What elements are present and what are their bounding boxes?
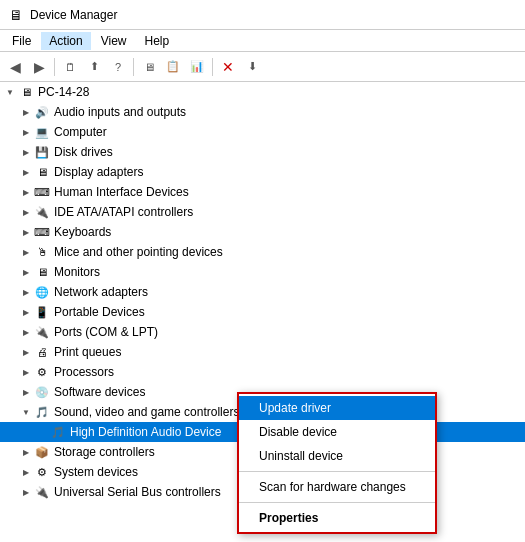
device-button[interactable]: 📋 (162, 56, 184, 78)
back-button[interactable]: ◀ (4, 56, 26, 78)
tree-root[interactable]: ▼ PC-14-28 (0, 82, 525, 102)
context-menu: Update driver Disable device Uninstall d… (237, 392, 437, 534)
tree-item-monitors[interactable]: ▶ Monitors (0, 262, 525, 282)
ide-expand[interactable]: ▶ (18, 204, 34, 220)
tree-item-mouse[interactable]: ▶ Mice and other pointing devices (0, 242, 525, 262)
sys-icon (34, 464, 50, 480)
storage-expand[interactable]: ▶ (18, 444, 34, 460)
sys-expand[interactable]: ▶ (18, 464, 34, 480)
toolbar-separator-1 (54, 58, 55, 76)
hda-icon (50, 424, 66, 440)
audio-label: Audio inputs and outputs (54, 105, 186, 119)
toolbar: ◀ ▶ 🗒 ⬆ ? 🖥 📋 📊 ✕ ⬇ (0, 52, 525, 82)
portable-expand[interactable]: ▶ (18, 304, 34, 320)
storage-icon (34, 444, 50, 460)
audio-expand[interactable]: ▶ (18, 104, 34, 120)
properties-button[interactable]: 🗒 (59, 56, 81, 78)
tree-item-net[interactable]: ▶ Network adapters (0, 282, 525, 302)
toolbar-separator-2 (133, 58, 134, 76)
menu-action[interactable]: Action (41, 32, 90, 50)
audio-icon (34, 104, 50, 120)
ctx-uninstall-device[interactable]: Uninstall device (239, 444, 435, 468)
print-expand[interactable]: ▶ (18, 344, 34, 360)
proc-icon (34, 364, 50, 380)
help-button[interactable]: ? (107, 56, 129, 78)
tree-item-portable[interactable]: ▶ Portable Devices (0, 302, 525, 322)
net-icon (34, 284, 50, 300)
sw-label: Software devices (54, 385, 145, 399)
root-label: PC-14-28 (38, 85, 89, 99)
resources-button[interactable]: 📊 (186, 56, 208, 78)
tree-item-proc[interactable]: ▶ Processors (0, 362, 525, 382)
usb-label: Universal Serial Bus controllers (54, 485, 221, 499)
monitors-label: Monitors (54, 265, 100, 279)
hid-expand[interactable]: ▶ (18, 184, 34, 200)
root-expand[interactable]: ▼ (2, 84, 18, 100)
disk-label: Disk drives (54, 145, 113, 159)
sound-icon (34, 404, 50, 420)
portable-label: Portable Devices (54, 305, 145, 319)
ports-expand[interactable]: ▶ (18, 324, 34, 340)
app-title: Device Manager (30, 8, 117, 22)
tree-item-ide[interactable]: ▶ IDE ATA/ATAPI controllers (0, 202, 525, 222)
ide-label: IDE ATA/ATAPI controllers (54, 205, 193, 219)
hid-icon (34, 184, 50, 200)
net-expand[interactable]: ▶ (18, 284, 34, 300)
sound-expand[interactable]: ▼ (18, 404, 34, 420)
update-driver-button[interactable]: ⬆ (83, 56, 105, 78)
tree-item-ports[interactable]: ▶ Ports (COM & LPT) (0, 322, 525, 342)
monitors-icon (34, 264, 50, 280)
display-icon (34, 164, 50, 180)
usb-expand[interactable]: ▶ (18, 484, 34, 500)
uninstall-button[interactable]: ✕ (217, 56, 239, 78)
sw-icon (34, 384, 50, 400)
storage-label: Storage controllers (54, 445, 155, 459)
display-expand[interactable]: ▶ (18, 164, 34, 180)
mouse-expand[interactable]: ▶ (18, 244, 34, 260)
monitors-expand[interactable]: ▶ (18, 264, 34, 280)
sw-expand[interactable]: ▶ (18, 384, 34, 400)
tree-item-display[interactable]: ▶ Display adapters (0, 162, 525, 182)
proc-label: Processors (54, 365, 114, 379)
tree-item-hid[interactable]: ▶ Human Interface Devices (0, 182, 525, 202)
disk-expand[interactable]: ▶ (18, 144, 34, 160)
tree-item-kbd[interactable]: ▶ Keyboards (0, 222, 525, 242)
display-label: Display adapters (54, 165, 143, 179)
kbd-expand[interactable]: ▶ (18, 224, 34, 240)
toolbar-separator-3 (212, 58, 213, 76)
kbd-label: Keyboards (54, 225, 111, 239)
print-label: Print queues (54, 345, 121, 359)
ctx-disable-device[interactable]: Disable device (239, 420, 435, 444)
device-tree[interactable]: ▼ PC-14-28 ▶ Audio inputs and outputs ▶ … (0, 82, 525, 542)
computer-label: Computer (54, 125, 107, 139)
display-button[interactable]: 🖥 (138, 56, 160, 78)
kbd-icon (34, 224, 50, 240)
mouse-icon (34, 244, 50, 260)
tree-item-disk[interactable]: ▶ Disk drives (0, 142, 525, 162)
tree-item-print[interactable]: ▶ Print queues (0, 342, 525, 362)
hda-label: High Definition Audio Device (70, 425, 221, 439)
mouse-label: Mice and other pointing devices (54, 245, 223, 259)
computer-expand[interactable]: ▶ (18, 124, 34, 140)
net-label: Network adapters (54, 285, 148, 299)
ide-icon (34, 204, 50, 220)
menu-file[interactable]: File (4, 32, 39, 50)
sys-label: System devices (54, 465, 138, 479)
print-icon (34, 344, 50, 360)
ctx-separator (239, 471, 435, 472)
ctx-properties[interactable]: Properties (239, 506, 435, 530)
forward-button[interactable]: ▶ (28, 56, 50, 78)
menu-view[interactable]: View (93, 32, 135, 50)
ctx-update-driver[interactable]: Update driver (239, 396, 435, 420)
scan-button[interactable]: ⬇ (241, 56, 263, 78)
tree-item-computer[interactable]: ▶ Computer (0, 122, 525, 142)
ports-label: Ports (COM & LPT) (54, 325, 158, 339)
ctx-scan-hardware[interactable]: Scan for hardware changes (239, 475, 435, 499)
menu-help[interactable]: Help (137, 32, 178, 50)
hid-label: Human Interface Devices (54, 185, 189, 199)
app-icon: 🖥 (8, 7, 24, 23)
usb-icon (34, 484, 50, 500)
proc-expand[interactable]: ▶ (18, 364, 34, 380)
tree-item-audio[interactable]: ▶ Audio inputs and outputs (0, 102, 525, 122)
hda-expand (34, 424, 50, 440)
